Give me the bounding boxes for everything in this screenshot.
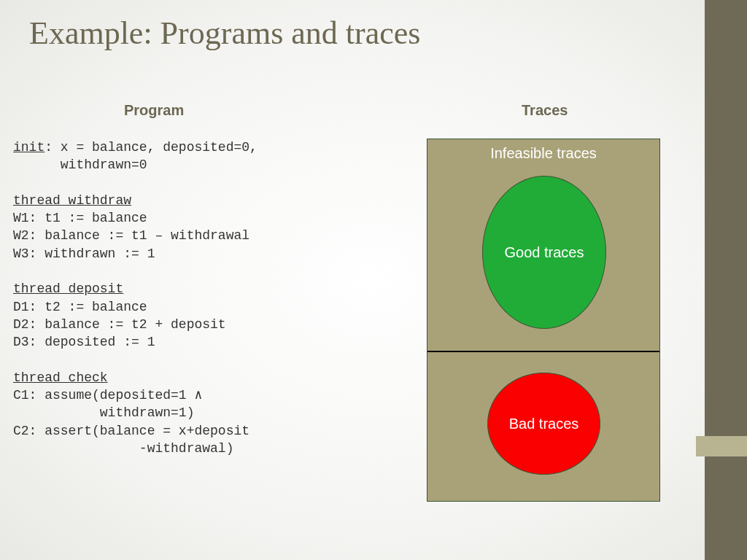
code-thread-deposit-head: thread_deposit <box>13 281 123 296</box>
traces-box: Infeasible traces Good traces Bad traces <box>427 139 660 502</box>
good-traces-label: Good traces <box>505 244 584 261</box>
code-thread-check-body: C1: assume(deposited=1 ∧ withdrawn=1) C2… <box>13 388 249 456</box>
code-init-body: : x = balance, deposited=0, withdrawn=0 <box>13 140 258 172</box>
bad-traces-oval: Bad traces <box>487 373 600 475</box>
column-header-traces: Traces <box>522 102 568 119</box>
slide-title: Example: Programs and traces <box>29 15 420 52</box>
code-thread-withdraw-head: thread_withdraw <box>13 193 131 208</box>
traces-divider <box>427 351 659 352</box>
bad-traces-label: Bad traces <box>509 416 579 432</box>
code-init-keyword: init <box>13 140 44 155</box>
traces-box-label: Infeasible traces <box>427 145 659 162</box>
code-thread-deposit-body: D1: t2 := balance D2: balance := t2 + de… <box>13 300 226 350</box>
program-code-block: init: x = balance, deposited=0, withdraw… <box>13 139 258 457</box>
slide-sidebar-dark <box>705 0 747 560</box>
code-thread-check-head: thread_check <box>13 370 108 385</box>
column-header-program: Program <box>124 102 184 119</box>
code-thread-withdraw-body: W1: t1 := balance W2: balance := t1 – wi… <box>13 211 249 261</box>
good-traces-oval: Good traces <box>482 176 606 329</box>
slide-sidebar-accent <box>696 436 747 456</box>
